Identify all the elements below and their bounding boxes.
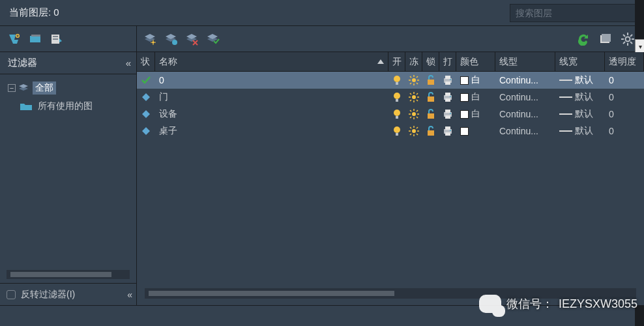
linetype-cell[interactable]: Continu...	[495, 75, 555, 85]
opacity-cell[interactable]: 0	[605, 109, 644, 119]
lineweight-cell[interactable]: 默认	[555, 91, 605, 103]
col-lineweight[interactable]: 线宽	[555, 52, 605, 71]
color-swatch[interactable]	[460, 76, 469, 85]
new-group-filter-icon[interactable]	[29, 32, 43, 46]
tree-root[interactable]: − 全部	[8, 80, 134, 96]
col-linetype[interactable]: 线型	[495, 52, 555, 71]
layer-row[interactable]: 0白Continu...默认0	[137, 72, 644, 89]
settings-gear-icon[interactable]	[621, 32, 635, 46]
layer-row[interactable]: 设备白Continu...默认0	[137, 106, 644, 123]
search-box[interactable]	[510, 4, 640, 22]
on-toggle-icon[interactable]	[388, 109, 405, 119]
color-cell[interactable]: 白	[456, 74, 495, 86]
freeze-toggle-icon[interactable]	[405, 75, 422, 85]
color-swatch[interactable]	[460, 110, 469, 119]
lock-toggle-icon[interactable]	[422, 92, 439, 102]
lock-toggle-icon[interactable]	[422, 109, 439, 119]
lineweight-cell[interactable]: 默认	[555, 74, 605, 86]
col-color[interactable]: 颜色	[456, 52, 495, 71]
svg-line-23	[630, 42, 632, 44]
linetype-cell[interactable]: Continu...	[495, 109, 555, 119]
title-bar: 当前图层: 0	[0, 0, 644, 26]
on-toggle-icon[interactable]	[388, 75, 405, 85]
svg-point-60	[412, 112, 416, 116]
opacity-cell[interactable]: 0	[605, 126, 644, 136]
tree-collapse-icon[interactable]: −	[8, 84, 16, 92]
plot-toggle-icon[interactable]	[439, 75, 456, 85]
invert-filter-checkbox[interactable]	[7, 290, 16, 299]
layer-row[interactable]: 桌子Continu...默认0	[137, 123, 644, 140]
lock-toggle-icon[interactable]	[422, 126, 439, 136]
refresh-icon[interactable]	[576, 32, 591, 46]
layer-name-cell[interactable]: 0	[155, 75, 388, 85]
delete-layer-icon[interactable]	[185, 32, 199, 46]
color-swatch[interactable]	[460, 93, 469, 102]
color-cell[interactable]: 白	[456, 108, 495, 120]
svg-point-57	[450, 96, 451, 97]
set-current-icon[interactable]	[206, 32, 220, 46]
filter-sidebar: 过滤器 « − 全部 所有使用的图 反转过滤器(I) «	[0, 52, 137, 305]
tree-child-label: 所有使用的图	[35, 100, 95, 113]
svg-line-84	[417, 127, 418, 128]
svg-line-22	[623, 35, 625, 37]
freeze-toggle-icon[interactable]	[405, 126, 422, 136]
opacity-cell[interactable]: 0	[605, 75, 644, 85]
color-cell[interactable]	[456, 127, 495, 136]
opacity-cell[interactable]: 0	[605, 92, 644, 102]
on-toggle-icon[interactable]	[388, 126, 405, 136]
lineweight-cell[interactable]: 默认	[555, 108, 605, 120]
layer-name-cell[interactable]: 设备	[155, 108, 388, 120]
status-footer	[0, 305, 644, 326]
plot-toggle-icon[interactable]	[439, 109, 456, 119]
svg-rect-8	[53, 36, 58, 37]
svg-rect-69	[428, 113, 434, 119]
layer-row[interactable]: 门白Continu...默认0	[137, 89, 644, 106]
linetype-cell[interactable]: Continu...	[495, 126, 555, 136]
collapsed-dropdown[interactable]: ▾	[635, 39, 644, 53]
layer-name-cell[interactable]: 桌子	[155, 125, 388, 137]
title-prefix: 当前图层:	[9, 7, 51, 18]
color-cell[interactable]: 白	[456, 91, 495, 103]
svg-line-66	[417, 117, 418, 118]
freeze-toggle-icon[interactable]	[405, 92, 422, 102]
svg-rect-37	[428, 80, 434, 85]
col-plot[interactable]: 打	[439, 52, 456, 71]
plot-toggle-icon[interactable]	[439, 92, 456, 102]
layer-name-cell[interactable]: 门	[155, 91, 388, 103]
collapse-sidebar-icon[interactable]: «	[126, 57, 128, 68]
col-status[interactable]: 状	[137, 52, 155, 71]
toggle-overrides-icon[interactable]	[598, 32, 613, 46]
col-freeze[interactable]: 冻	[405, 52, 422, 71]
svg-point-73	[450, 113, 451, 114]
plot-toggle-icon[interactable]	[439, 126, 456, 136]
current-layer-name: 0	[53, 7, 59, 18]
new-layer-icon[interactable]	[143, 32, 158, 46]
svg-rect-55	[445, 93, 450, 96]
svg-rect-9	[53, 38, 58, 40]
new-layer-freeze-icon[interactable]	[164, 32, 179, 46]
freeze-toggle-icon[interactable]	[405, 109, 422, 119]
on-toggle-icon[interactable]	[388, 92, 405, 102]
new-property-filter-icon[interactable]	[8, 32, 22, 46]
tree-child[interactable]: 所有使用的图	[20, 98, 134, 115]
svg-line-34	[417, 83, 418, 84]
col-on[interactable]: 开	[388, 52, 405, 71]
collapse-footer-icon[interactable]: «	[127, 289, 130, 300]
svg-line-81	[410, 127, 411, 128]
svg-rect-53	[428, 96, 434, 102]
search-input[interactable]	[510, 8, 635, 18]
col-name[interactable]: 名称	[155, 52, 388, 71]
layer-states-icon[interactable]	[50, 32, 64, 46]
col-lock[interactable]: 锁	[422, 52, 439, 71]
svg-rect-85	[428, 130, 434, 136]
status-icon	[137, 76, 155, 85]
color-swatch[interactable]	[460, 127, 469, 136]
lineweight-cell[interactable]: 默认	[555, 125, 605, 137]
linetype-cell[interactable]: Continu...	[495, 92, 555, 102]
col-opacity[interactable]: 透明度	[605, 52, 644, 71]
svg-line-25	[630, 35, 632, 37]
main-scrollbar[interactable]	[145, 288, 636, 299]
svg-line-68	[417, 110, 418, 111]
sidebar-scrollbar[interactable]	[7, 270, 130, 279]
lock-toggle-icon[interactable]	[422, 75, 439, 85]
